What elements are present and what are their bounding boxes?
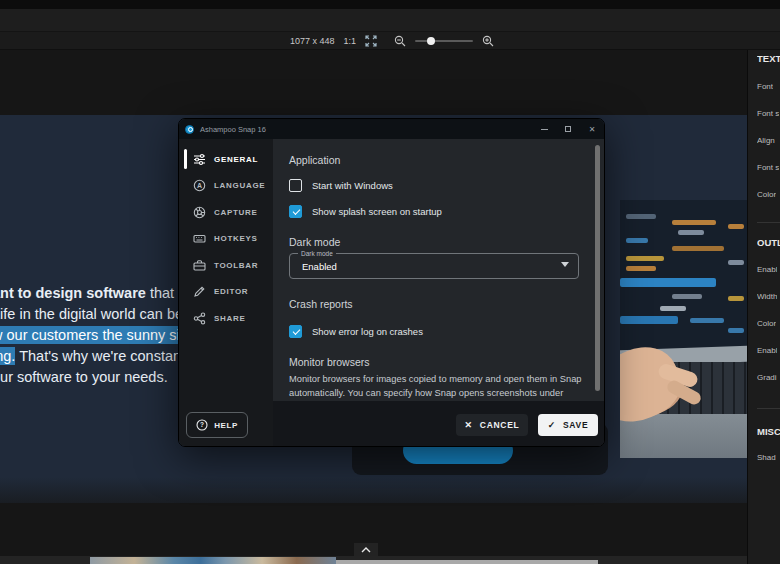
close-button[interactable]: ✕	[580, 119, 604, 139]
dropdown-floating-label: Dark mode	[298, 250, 336, 257]
panel-option-label: Color	[757, 319, 776, 328]
text-options-panel: TEXT Font Font s Align Font s Color OUTL…	[747, 50, 780, 564]
zoom-slider[interactable]	[415, 40, 473, 42]
app-titlebar-strip	[0, 0, 780, 9]
panel-section-title: MISC	[757, 426, 780, 437]
dropdown-value: Enabled	[302, 261, 337, 272]
help-button[interactable]: ? HELP	[186, 412, 248, 438]
tray-expand-button[interactable]	[354, 543, 378, 557]
panel-option-label: Font s	[757, 163, 779, 172]
fit-to-screen-icon[interactable]	[365, 35, 377, 47]
sliders-icon	[193, 153, 206, 166]
nav-item-editor[interactable]: EDITOR	[179, 279, 273, 306]
minimize-button[interactable]	[532, 119, 556, 139]
chevron-down-icon	[561, 262, 569, 267]
zoom-slider-knob[interactable]	[427, 37, 435, 45]
zoom-controls: 1077 x 448 1:1	[290, 32, 494, 50]
svg-text:A: A	[197, 182, 203, 189]
dialog-sidebar: GENERAL A LANGUAGE CAPTURE	[179, 139, 273, 447]
panel-option-label: Enabl	[757, 346, 777, 355]
section-title-crash-reports: Crash reports	[289, 298, 353, 310]
nav-item-hotkeys[interactable]: HOTKEYS	[179, 226, 273, 253]
maximize-button[interactable]	[556, 119, 580, 139]
panel-option-label: Width	[757, 292, 777, 301]
check-icon: ✓	[548, 420, 556, 430]
zoom-in-icon[interactable]	[482, 35, 494, 47]
checkbox[interactable]	[289, 179, 302, 192]
panel-option-label: Shad	[757, 453, 776, 462]
setting-show-splash[interactable]: Show splash screen on startup	[289, 205, 442, 218]
close-icon: ✕	[465, 420, 473, 430]
nav-item-toolbar[interactable]: TOOLBAR	[179, 252, 273, 279]
image-dimensions: 1077 x 448	[290, 36, 335, 46]
cancel-button[interactable]: ✕ CANCEL	[456, 414, 528, 436]
section-title-application: Application	[289, 154, 340, 166]
canvas-bottom-shadow	[0, 477, 747, 503]
setting-error-log[interactable]: Show error log on crashes	[289, 325, 423, 338]
panel-option-label: Align	[757, 136, 775, 145]
settings-scroll-area[interactable]: Application Start with Windows Show spla…	[273, 139, 605, 401]
highlighted-text: ing.	[0, 347, 15, 365]
highlighted-text: w our customers the sunny side	[0, 326, 196, 344]
pencil-icon	[193, 285, 206, 298]
zoom-out-icon[interactable]	[394, 35, 406, 47]
nav-item-share[interactable]: SHARE	[179, 305, 273, 332]
panel-section-title: TEXT	[757, 53, 780, 64]
webpage-text: ant to design software that cor Life in …	[0, 283, 198, 388]
section-title-dark-mode: Dark mode	[289, 236, 340, 248]
app-menubar	[0, 9, 780, 32]
section-title-monitor-browsers: Monitor browsers	[289, 356, 370, 368]
thumbnail-tray[interactable]	[0, 556, 747, 564]
panel-option-label: Gradi	[757, 373, 777, 382]
keyboard-icon	[193, 232, 206, 245]
svg-text:?: ?	[200, 421, 205, 428]
panel-divider	[757, 222, 780, 223]
toolbox-icon	[193, 259, 206, 272]
panel-option-label: Color	[757, 190, 776, 199]
save-button[interactable]: ✓ SAVE	[538, 414, 598, 436]
nav-item-general[interactable]: GENERAL	[179, 146, 273, 173]
app-logo-icon	[185, 125, 194, 134]
share-icon	[193, 312, 206, 325]
panel-option-label: Font	[757, 82, 773, 91]
checkbox[interactable]	[289, 205, 302, 218]
settings-dialog: Ashampoo Snap 16 ✕ GENERAL A LANGUAGE	[178, 118, 605, 447]
nav-item-capture[interactable]: CAPTURE	[179, 199, 273, 226]
help-icon: ?	[196, 419, 208, 431]
dark-mode-dropdown[interactable]: Dark mode Enabled	[289, 253, 579, 279]
nav-item-language[interactable]: A LANGUAGE	[179, 173, 273, 200]
panel-option-label: Enabl	[757, 265, 777, 274]
scrollbar[interactable]	[595, 145, 600, 391]
setting-start-with-windows[interactable]: Start with Windows	[289, 179, 393, 192]
chevron-up-icon	[361, 547, 371, 553]
language-icon: A	[193, 179, 206, 192]
panel-option-label: Font s	[757, 109, 779, 118]
checkbox[interactable]	[289, 325, 302, 338]
laptop-screen	[620, 200, 747, 350]
dialog-footer: ✕ CANCEL ✓ SAVE	[273, 401, 605, 447]
panel-divider	[757, 408, 780, 409]
dialog-content: Application Start with Windows Show spla…	[273, 139, 604, 447]
panel-section-title: OUTL	[757, 237, 780, 248]
laptop-photo	[620, 200, 747, 458]
thumbnail-sliver[interactable]	[336, 560, 598, 564]
minimize-icon	[541, 129, 548, 130]
dialog-title: Ashampoo Snap 16	[200, 125, 532, 134]
aperture-icon	[193, 206, 206, 219]
maximize-icon	[565, 126, 571, 132]
dialog-titlebar[interactable]: Ashampoo Snap 16 ✕	[179, 119, 604, 139]
zoom-ratio: 1:1	[344, 36, 357, 46]
thumbnail-sliver[interactable]	[90, 557, 336, 564]
